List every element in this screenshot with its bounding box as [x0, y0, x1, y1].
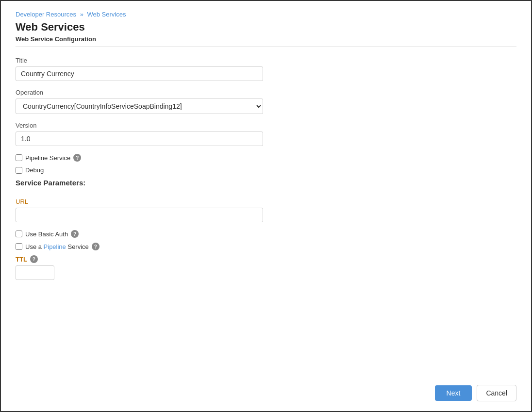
- use-pipeline-service-row: Use a Pipeline Service ?: [16, 243, 516, 250]
- use-basic-auth-checkbox[interactable]: [16, 231, 22, 237]
- debug-row: Debug: [16, 166, 516, 174]
- pipeline-highlight: Pipeline: [44, 243, 66, 250]
- title-label: Title: [16, 57, 516, 64]
- breadcrumb-separator: »: [80, 11, 83, 18]
- title-input[interactable]: [16, 66, 263, 81]
- url-input[interactable]: [16, 208, 263, 222]
- breadcrumb: Developer Resources » Web Services: [16, 11, 516, 18]
- pipeline-service-row: Pipeline Service ?: [16, 154, 516, 162]
- use-basic-auth-row: Use Basic Auth ?: [16, 230, 516, 238]
- operation-select[interactable]: CountryCurrency[CountryInfoServiceSoapBi…: [16, 99, 263, 114]
- ttl-help-icon[interactable]: ?: [30, 255, 38, 263]
- use-pipeline-service-label: Use a Pipeline Service: [25, 243, 89, 250]
- form-body: Title Operation CountryCurrency[CountryI…: [16, 57, 516, 368]
- breadcrumb-current: Web Services: [87, 11, 126, 18]
- footer: Next Cancel: [1, 378, 531, 411]
- title-group: Title: [16, 57, 516, 81]
- breadcrumb-parent-link[interactable]: Developer Resources: [16, 11, 76, 18]
- debug-checkbox[interactable]: [16, 167, 22, 174]
- page-title: Web Services: [16, 21, 516, 33]
- service-params-header: Service Parameters:: [16, 179, 516, 190]
- use-basic-auth-label: Use Basic Auth: [25, 231, 68, 238]
- url-group: URL: [16, 198, 516, 222]
- use-basic-auth-help-icon[interactable]: ?: [71, 230, 79, 238]
- modal-container: Developer Resources » Web Services Web S…: [0, 0, 532, 412]
- cancel-button[interactable]: Cancel: [477, 385, 516, 401]
- ttl-input[interactable]: [16, 265, 54, 280]
- url-label: URL: [16, 198, 516, 205]
- debug-label: Debug: [25, 166, 44, 174]
- pipeline-service-label: Pipeline Service: [25, 154, 70, 162]
- version-input[interactable]: [16, 132, 263, 146]
- section-header: Web Service Configuration: [16, 35, 516, 47]
- ttl-label: TTL: [16, 256, 27, 263]
- operation-label: Operation: [16, 89, 516, 96]
- pipeline-service-checkbox[interactable]: [16, 154, 22, 161]
- next-button[interactable]: Next: [435, 385, 472, 401]
- pipeline-service-help-icon[interactable]: ?: [73, 154, 81, 162]
- modal-content: Developer Resources » Web Services Web S…: [1, 1, 531, 378]
- use-pipeline-service-checkbox[interactable]: [16, 243, 22, 250]
- version-group: Version: [16, 122, 516, 146]
- operation-group: Operation CountryCurrency[CountryInfoSer…: [16, 89, 516, 114]
- ttl-group: TTL ?: [16, 255, 516, 280]
- use-pipeline-service-help-icon[interactable]: ?: [92, 243, 100, 250]
- version-label: Version: [16, 122, 516, 129]
